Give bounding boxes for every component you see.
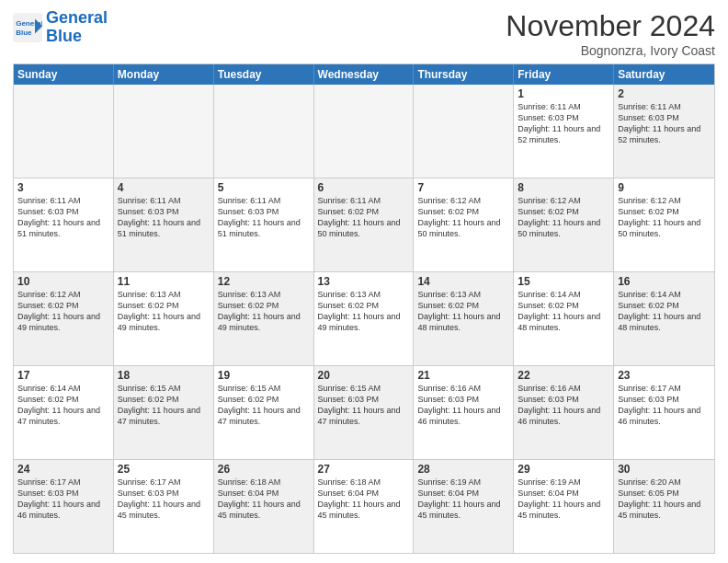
empty-cell-0-1 <box>114 85 214 178</box>
day-info: Sunrise: 6:17 AMSunset: 6:03 PMDaylight:… <box>17 477 109 522</box>
day-cell-27: 27Sunrise: 6:18 AMSunset: 6:04 PMDayligh… <box>314 460 415 553</box>
day-cell-22: 22Sunrise: 6:16 AMSunset: 6:03 PMDayligh… <box>514 366 614 459</box>
day-number: 6 <box>318 181 410 194</box>
day-number: 2 <box>618 87 711 100</box>
day-number: 18 <box>118 369 210 382</box>
day-info: Sunrise: 6:12 AMSunset: 6:02 PMDaylight:… <box>417 195 509 240</box>
day-number: 22 <box>518 369 609 382</box>
calendar-row-3: 17Sunrise: 6:14 AMSunset: 6:02 PMDayligh… <box>14 365 714 459</box>
day-cell-26: 26Sunrise: 6:18 AMSunset: 6:04 PMDayligh… <box>214 460 314 553</box>
weekday-header-sunday: Sunday <box>14 64 114 85</box>
day-number: 1 <box>518 87 609 100</box>
day-cell-20: 20Sunrise: 6:15 AMSunset: 6:03 PMDayligh… <box>314 366 415 459</box>
weekday-header-tuesday: Tuesday <box>214 64 314 85</box>
day-info: Sunrise: 6:16 AMSunset: 6:03 PMDaylight:… <box>518 383 609 428</box>
day-info: Sunrise: 6:13 AMSunset: 6:02 PMDaylight:… <box>417 289 509 334</box>
day-info: Sunrise: 6:12 AMSunset: 6:02 PMDaylight:… <box>618 195 711 240</box>
day-info: Sunrise: 6:18 AMSunset: 6:04 PMDaylight:… <box>218 477 310 522</box>
location: Bognonzra, Ivory Coast <box>506 43 715 58</box>
weekday-header-friday: Friday <box>514 64 614 85</box>
day-info: Sunrise: 6:14 AMSunset: 6:02 PMDaylight:… <box>17 383 109 428</box>
day-number: 20 <box>318 369 410 382</box>
day-cell-14: 14Sunrise: 6:13 AMSunset: 6:02 PMDayligh… <box>414 272 514 365</box>
day-number: 24 <box>17 463 109 476</box>
empty-cell-0-3 <box>314 85 415 178</box>
day-number: 7 <box>417 181 509 194</box>
header: General Blue GeneralBlue November 2024 B… <box>13 9 715 58</box>
day-info: Sunrise: 6:13 AMSunset: 6:02 PMDaylight:… <box>318 289 410 334</box>
day-cell-19: 19Sunrise: 6:15 AMSunset: 6:02 PMDayligh… <box>214 366 314 459</box>
day-cell-24: 24Sunrise: 6:17 AMSunset: 6:03 PMDayligh… <box>14 460 114 553</box>
month-title: November 2024 <box>506 9 715 43</box>
day-info: Sunrise: 6:15 AMSunset: 6:03 PMDaylight:… <box>318 383 410 428</box>
day-info: Sunrise: 6:15 AMSunset: 6:02 PMDaylight:… <box>218 383 310 428</box>
day-cell-15: 15Sunrise: 6:14 AMSunset: 6:02 PMDayligh… <box>514 272 614 365</box>
day-info: Sunrise: 6:18 AMSunset: 6:04 PMDaylight:… <box>318 477 410 522</box>
day-cell-21: 21Sunrise: 6:16 AMSunset: 6:03 PMDayligh… <box>414 366 514 459</box>
day-cell-8: 8Sunrise: 6:12 AMSunset: 6:02 PMDaylight… <box>514 178 614 271</box>
calendar: SundayMondayTuesdayWednesdayThursdayFrid… <box>13 63 715 554</box>
day-cell-4: 4Sunrise: 6:11 AMSunset: 6:03 PMDaylight… <box>114 178 214 271</box>
day-number: 14 <box>417 275 509 288</box>
title-area: November 2024 Bognonzra, Ivory Coast <box>506 9 715 58</box>
day-cell-6: 6Sunrise: 6:11 AMSunset: 6:02 PMDaylight… <box>314 178 415 271</box>
weekday-header-thursday: Thursday <box>414 64 514 85</box>
weekday-header-wednesday: Wednesday <box>314 64 415 85</box>
logo-icon: General Blue <box>13 13 42 42</box>
day-cell-11: 11Sunrise: 6:13 AMSunset: 6:02 PMDayligh… <box>114 272 214 365</box>
empty-cell-0-4 <box>414 85 514 178</box>
day-cell-23: 23Sunrise: 6:17 AMSunset: 6:03 PMDayligh… <box>614 366 714 459</box>
day-number: 8 <box>518 181 609 194</box>
day-cell-2: 2Sunrise: 6:11 AMSunset: 6:03 PMDaylight… <box>614 85 714 178</box>
calendar-row-0: 1Sunrise: 6:11 AMSunset: 6:03 PMDaylight… <box>14 85 714 178</box>
day-number: 23 <box>618 369 711 382</box>
day-number: 17 <box>17 369 109 382</box>
day-info: Sunrise: 6:11 AMSunset: 6:03 PMDaylight:… <box>218 195 310 240</box>
logo-area: General Blue GeneralBlue <box>13 9 108 46</box>
day-cell-5: 5Sunrise: 6:11 AMSunset: 6:03 PMDaylight… <box>214 178 314 271</box>
day-number: 26 <box>218 463 310 476</box>
day-number: 29 <box>518 463 609 476</box>
day-info: Sunrise: 6:20 AMSunset: 6:05 PMDaylight:… <box>618 477 711 522</box>
day-info: Sunrise: 6:17 AMSunset: 6:03 PMDaylight:… <box>118 477 210 522</box>
day-info: Sunrise: 6:11 AMSunset: 6:03 PMDaylight:… <box>118 195 210 240</box>
calendar-row-4: 24Sunrise: 6:17 AMSunset: 6:03 PMDayligh… <box>14 459 714 553</box>
day-info: Sunrise: 6:12 AMSunset: 6:02 PMDaylight:… <box>17 289 109 334</box>
day-info: Sunrise: 6:11 AMSunset: 6:02 PMDaylight:… <box>318 195 410 240</box>
day-number: 11 <box>118 275 210 288</box>
empty-cell-0-2 <box>214 85 314 178</box>
day-number: 28 <box>417 463 509 476</box>
day-cell-1: 1Sunrise: 6:11 AMSunset: 6:03 PMDaylight… <box>514 85 614 178</box>
day-cell-18: 18Sunrise: 6:15 AMSunset: 6:02 PMDayligh… <box>114 366 214 459</box>
day-cell-9: 9Sunrise: 6:12 AMSunset: 6:02 PMDaylight… <box>614 178 714 271</box>
day-info: Sunrise: 6:17 AMSunset: 6:03 PMDaylight:… <box>618 383 711 428</box>
day-cell-12: 12Sunrise: 6:13 AMSunset: 6:02 PMDayligh… <box>214 272 314 365</box>
day-number: 27 <box>318 463 410 476</box>
day-info: Sunrise: 6:14 AMSunset: 6:02 PMDaylight:… <box>618 289 711 334</box>
day-cell-13: 13Sunrise: 6:13 AMSunset: 6:02 PMDayligh… <box>314 272 415 365</box>
day-info: Sunrise: 6:13 AMSunset: 6:02 PMDaylight:… <box>218 289 310 334</box>
day-number: 30 <box>618 463 711 476</box>
day-cell-29: 29Sunrise: 6:19 AMSunset: 6:04 PMDayligh… <box>514 460 614 553</box>
day-number: 16 <box>618 275 711 288</box>
day-cell-16: 16Sunrise: 6:14 AMSunset: 6:02 PMDayligh… <box>614 272 714 365</box>
day-number: 10 <box>17 275 109 288</box>
day-info: Sunrise: 6:15 AMSunset: 6:02 PMDaylight:… <box>118 383 210 428</box>
calendar-body: 1Sunrise: 6:11 AMSunset: 6:03 PMDaylight… <box>14 85 714 553</box>
day-info: Sunrise: 6:14 AMSunset: 6:02 PMDaylight:… <box>518 289 609 334</box>
day-number: 25 <box>118 463 210 476</box>
day-info: Sunrise: 6:19 AMSunset: 6:04 PMDaylight:… <box>417 477 509 522</box>
day-info: Sunrise: 6:11 AMSunset: 6:03 PMDaylight:… <box>518 101 609 146</box>
day-cell-30: 30Sunrise: 6:20 AMSunset: 6:05 PMDayligh… <box>614 460 714 553</box>
day-cell-3: 3Sunrise: 6:11 AMSunset: 6:03 PMDaylight… <box>14 178 114 271</box>
day-info: Sunrise: 6:11 AMSunset: 6:03 PMDaylight:… <box>17 195 109 240</box>
day-info: Sunrise: 6:13 AMSunset: 6:02 PMDaylight:… <box>118 289 210 334</box>
day-cell-28: 28Sunrise: 6:19 AMSunset: 6:04 PMDayligh… <box>414 460 514 553</box>
calendar-row-2: 10Sunrise: 6:12 AMSunset: 6:02 PMDayligh… <box>14 271 714 365</box>
day-number: 3 <box>17 181 109 194</box>
day-cell-7: 7Sunrise: 6:12 AMSunset: 6:02 PMDaylight… <box>414 178 514 271</box>
calendar-header: SundayMondayTuesdayWednesdayThursdayFrid… <box>14 64 714 85</box>
svg-text:Blue: Blue <box>16 29 32 37</box>
logo-text: GeneralBlue <box>46 9 108 46</box>
day-number: 19 <box>218 369 310 382</box>
